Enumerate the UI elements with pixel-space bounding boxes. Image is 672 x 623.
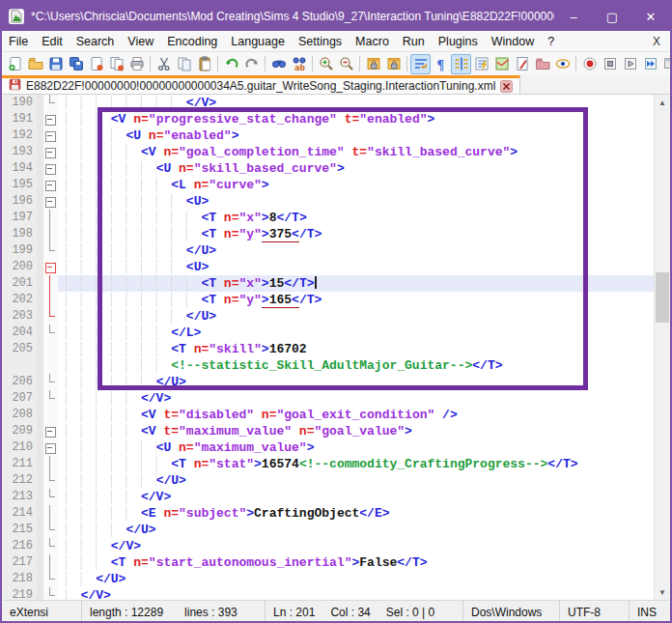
code-text[interactable]: </V> [58,587,654,600]
bookmark-margin[interactable] [37,177,43,193]
code-line-197[interactable]: 197 <T n="x">8</T> [2,210,654,226]
bookmark-margin[interactable] [37,226,43,242]
folder-as-workspace-icon[interactable] [491,54,512,74]
menu-item-run[interactable]: Run [396,33,432,50]
code-line-199[interactable]: 199 </U> [2,242,654,259]
fold-margin-box[interactable] [43,160,58,177]
print-icon[interactable] [126,54,147,74]
fold-margin-box[interactable] [43,111,58,127]
bookmark-margin[interactable] [37,472,43,489]
copy-icon[interactable] [174,54,194,74]
fold-margin-box[interactable] [43,127,58,144]
show-all-characters-icon[interactable]: ¶ [431,54,451,74]
code-text[interactable]: <L n="curve"> [58,177,654,193]
code-line-211[interactable]: 211 <T n="stat">16574<!--commodity_Craft… [2,456,654,472]
bookmark-margin[interactable] [37,325,43,341]
code-line-215[interactable]: 215 </U> [2,522,654,538]
scroll-down-arrow[interactable]: ▼ [655,584,670,600]
code-text[interactable]: <U n="maximum_value"> [58,439,654,456]
code-text[interactable]: <U> [58,259,654,275]
code-line-213[interactable]: 213 </V> [2,489,654,505]
document-map-icon[interactable] [512,54,532,74]
bookmark-margin[interactable] [37,538,43,554]
bookmark-margin[interactable] [37,259,43,275]
redo-icon[interactable] [241,54,262,74]
code-text[interactable]: <V n="goal_completion_time" t="skill_bas… [58,144,654,160]
code-text[interactable]: <T n="start_autonomous_inertial">False</… [58,554,654,571]
code-text[interactable]: </U> [58,242,654,259]
monitoring-icon[interactable] [552,54,573,74]
code-text[interactable]: <E n="subject">CraftingObject</E> [58,505,654,522]
menu-item-settings[interactable]: Settings [292,33,349,50]
sync-vertical-icon[interactable] [363,54,383,74]
code-text[interactable]: </U> [58,571,654,587]
close-all-icon[interactable] [106,54,126,74]
menu-item-encoding[interactable]: Encoding [160,33,224,50]
macro-stop-icon[interactable] [600,54,620,74]
code-text[interactable]: <T n="y">375</T> [58,226,654,242]
menu-item-macro[interactable]: Macro [349,33,396,50]
status-eol-format[interactable]: Dos\Windows [463,601,560,623]
status-encoding[interactable]: UTF-8 [560,601,630,623]
code-line-214[interactable]: 214 <E n="subject">CraftingObject</E> [2,505,654,522]
indent-guide-icon[interactable] [451,54,471,74]
code-line-203[interactable]: 203 </U> [2,308,654,325]
bookmark-margin[interactable] [37,587,43,600]
code-line-219[interactable]: 219 </V> [2,587,654,600]
minimize-button[interactable]: – [554,2,593,31]
code-line-201[interactable]: 201 <T n="x">15</T> [2,275,654,292]
bookmark-margin[interactable] [37,423,43,439]
close-button[interactable]: ✕ [631,2,670,31]
code-line-190[interactable]: 190 </V> [2,95,654,111]
code-line-196[interactable]: 196 <U> [2,193,654,210]
code-line-wrap[interactable]: <!--statistic_Skill_AdultMajor_Guitar-->… [2,357,654,374]
code-text[interactable]: <T n="x">15</T> [58,275,654,292]
tab-close-icon[interactable] [500,80,513,93]
bookmark-margin[interactable] [37,193,43,210]
close-document-x[interactable]: X [643,33,670,50]
bookmark-margin[interactable] [37,144,43,160]
menu-item-view[interactable]: View [121,33,160,50]
scrollbar-thumb[interactable] [656,272,669,323]
bookmark-margin[interactable] [37,522,43,538]
fold-margin-box[interactable] [43,423,58,439]
menu-item-edit[interactable]: Edit [35,33,70,50]
bookmark-margin[interactable] [37,571,43,587]
menu-item-[interactable]: ? [541,33,561,50]
new-file-icon[interactable] [5,54,25,74]
bookmark-margin[interactable] [37,127,43,144]
fold-margin-box[interactable] [43,177,58,193]
tab-interactiontuning-xml[interactable]: E882D22F!00000000!00000000000034A5.guita… [2,75,520,94]
code-text[interactable]: <V t="maximum_value" n="goal_value"> [58,423,654,439]
bookmark-margin[interactable] [37,407,43,423]
code-line-206[interactable]: 206 </U> [2,374,654,390]
bookmark-margin[interactable] [37,160,43,177]
bookmark-margin[interactable] [37,374,43,390]
bookmark-margin[interactable] [37,456,43,472]
code-text[interactable]: <!--statistic_Skill_AdultMajor_Guitar-->… [58,357,654,374]
bookmark-margin[interactable] [37,505,43,522]
code-line-202[interactable]: 202 <T n="y">165</T> [2,292,654,308]
bookmark-margin[interactable] [37,210,43,226]
code-text[interactable]: </U> [58,522,654,538]
vertical-scrollbar[interactable]: ▲ ▼ [654,95,670,600]
code-text[interactable]: </U> [58,374,654,390]
code-text[interactable]: </U> [58,472,654,489]
code-text[interactable]: <T n="stat">16574<!--commodity_CraftingP… [58,456,654,472]
bookmark-margin[interactable] [37,357,43,374]
menu-item-search[interactable]: Search [70,33,122,50]
find-icon[interactable] [268,54,289,74]
bookmark-margin[interactable] [37,242,43,259]
undo-icon[interactable] [221,54,241,74]
code-text[interactable]: <U n="skill_based_curve"> [58,160,654,177]
cut-icon[interactable] [154,54,174,74]
status-typing-mode[interactable]: INS [630,601,670,623]
code-line-218[interactable]: 218 </U> [2,571,654,587]
code-line-208[interactable]: 208 <V t="disabled" n="goal_exit_conditi… [2,407,654,423]
paste-icon[interactable] [194,54,214,74]
code-line-207[interactable]: 207 </V> [2,390,654,407]
bookmark-margin[interactable] [37,439,43,456]
bookmark-margin[interactable] [37,554,43,571]
close-file-icon[interactable] [86,54,106,74]
maximize-button[interactable]: ▢ [593,2,631,31]
